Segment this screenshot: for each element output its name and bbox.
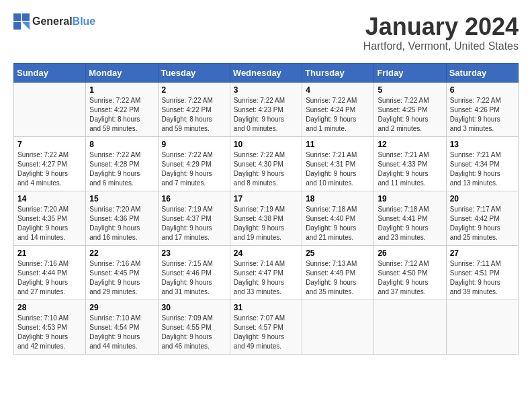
day-info: Sunrise: 7:09 AM Sunset: 4:55 PM Dayligh…	[162, 314, 226, 351]
days-of-week-row: Sunday Monday Tuesday Wednesday Thursday…	[14, 63, 519, 82]
calendar-cell: 6Sunrise: 7:22 AM Sunset: 4:26 PM Daylig…	[446, 82, 518, 136]
day-number: 16	[162, 194, 226, 203]
calendar-week-1: 1Sunrise: 7:22 AM Sunset: 4:22 PM Daylig…	[14, 82, 519, 136]
svg-rect-0	[13, 13, 21, 21]
calendar-cell: 24Sunrise: 7:14 AM Sunset: 4:47 PM Dayli…	[230, 245, 302, 300]
day-info: Sunrise: 7:22 AM Sunset: 4:27 PM Dayligh…	[17, 150, 82, 188]
calendar-cell: 22Sunrise: 7:16 AM Sunset: 4:45 PM Dayli…	[86, 245, 158, 300]
svg-rect-2	[13, 22, 21, 30]
day-number: 24	[234, 248, 298, 258]
calendar-week-3: 14Sunrise: 7:20 AM Sunset: 4:35 PM Dayli…	[14, 191, 519, 245]
title-area: January 2024 Hartford, Vermont, United S…	[363, 13, 519, 52]
day-number: 28	[17, 303, 82, 312]
calendar-cell	[14, 82, 86, 136]
calendar-week-2: 7Sunrise: 7:22 AM Sunset: 4:27 PM Daylig…	[14, 136, 519, 191]
day-number: 7	[17, 140, 82, 149]
day-info: Sunrise: 7:18 AM Sunset: 4:41 PM Dayligh…	[378, 205, 442, 242]
day-info: Sunrise: 7:22 AM Sunset: 4:23 PM Dayligh…	[234, 96, 298, 134]
page-header: GeneralBlue January 2024 Hartford, Vermo…	[13, 13, 519, 52]
day-info: Sunrise: 7:21 AM Sunset: 4:31 PM Dayligh…	[306, 150, 370, 188]
day-number: 6	[450, 85, 515, 95]
col-thursday: Thursday	[302, 63, 374, 82]
day-number: 12	[378, 140, 442, 149]
day-info: Sunrise: 7:12 AM Sunset: 4:50 PM Dayligh…	[378, 259, 442, 297]
logo-text-blue: Blue	[73, 15, 96, 27]
calendar-subtitle: Hartford, Vermont, United States	[363, 40, 519, 52]
calendar-cell: 20Sunrise: 7:17 AM Sunset: 4:42 PM Dayli…	[446, 191, 518, 245]
calendar-cell: 18Sunrise: 7:18 AM Sunset: 4:40 PM Dayli…	[302, 191, 374, 245]
col-tuesday: Tuesday	[158, 63, 230, 82]
col-friday: Friday	[374, 63, 446, 82]
day-info: Sunrise: 7:22 AM Sunset: 4:25 PM Dayligh…	[378, 96, 442, 134]
calendar-cell: 15Sunrise: 7:20 AM Sunset: 4:36 PM Dayli…	[86, 191, 158, 245]
calendar-cell: 7Sunrise: 7:22 AM Sunset: 4:27 PM Daylig…	[14, 136, 86, 191]
calendar-cell: 28Sunrise: 7:10 AM Sunset: 4:53 PM Dayli…	[14, 300, 86, 354]
day-number: 15	[89, 194, 154, 203]
day-info: Sunrise: 7:18 AM Sunset: 4:40 PM Dayligh…	[306, 205, 370, 242]
day-info: Sunrise: 7:22 AM Sunset: 4:26 PM Dayligh…	[450, 96, 515, 134]
day-info: Sunrise: 7:19 AM Sunset: 4:38 PM Dayligh…	[234, 205, 298, 242]
day-number: 27	[450, 248, 515, 258]
day-info: Sunrise: 7:22 AM Sunset: 4:30 PM Dayligh…	[234, 150, 298, 188]
day-info: Sunrise: 7:10 AM Sunset: 4:53 PM Dayligh…	[17, 314, 82, 351]
day-info: Sunrise: 7:19 AM Sunset: 4:37 PM Dayligh…	[162, 205, 226, 242]
day-info: Sunrise: 7:22 AM Sunset: 4:24 PM Dayligh…	[306, 96, 370, 134]
day-info: Sunrise: 7:20 AM Sunset: 4:35 PM Dayligh…	[17, 205, 82, 242]
day-info: Sunrise: 7:22 AM Sunset: 4:22 PM Dayligh…	[162, 96, 226, 134]
day-number: 14	[17, 194, 82, 203]
day-number: 5	[378, 85, 442, 95]
calendar-cell	[446, 300, 518, 354]
calendar-cell: 29Sunrise: 7:10 AM Sunset: 4:54 PM Dayli…	[86, 300, 158, 354]
day-info: Sunrise: 7:16 AM Sunset: 4:45 PM Dayligh…	[89, 259, 154, 297]
calendar-cell: 30Sunrise: 7:09 AM Sunset: 4:55 PM Dayli…	[158, 300, 230, 354]
day-info: Sunrise: 7:20 AM Sunset: 4:36 PM Dayligh…	[89, 205, 154, 242]
calendar-cell: 11Sunrise: 7:21 AM Sunset: 4:31 PM Dayli…	[302, 136, 374, 191]
day-number: 2	[162, 85, 226, 95]
calendar-week-5: 28Sunrise: 7:10 AM Sunset: 4:53 PM Dayli…	[14, 300, 519, 354]
day-info: Sunrise: 7:22 AM Sunset: 4:28 PM Dayligh…	[89, 150, 154, 188]
day-number: 4	[306, 85, 370, 95]
calendar-week-4: 21Sunrise: 7:16 AM Sunset: 4:44 PM Dayli…	[14, 245, 519, 300]
calendar-table: Sunday Monday Tuesday Wednesday Thursday…	[13, 63, 519, 355]
svg-marker-3	[22, 22, 30, 30]
logo-icon	[13, 13, 30, 30]
day-number: 29	[89, 303, 154, 312]
calendar-cell: 16Sunrise: 7:19 AM Sunset: 4:37 PM Dayli…	[158, 191, 230, 245]
col-wednesday: Wednesday	[230, 63, 302, 82]
day-info: Sunrise: 7:13 AM Sunset: 4:49 PM Dayligh…	[306, 259, 370, 297]
day-info: Sunrise: 7:21 AM Sunset: 4:34 PM Dayligh…	[450, 150, 515, 188]
day-number: 19	[378, 194, 442, 203]
day-number: 18	[306, 194, 370, 203]
day-info: Sunrise: 7:07 AM Sunset: 4:57 PM Dayligh…	[234, 314, 298, 351]
calendar-cell: 8Sunrise: 7:22 AM Sunset: 4:28 PM Daylig…	[86, 136, 158, 191]
day-number: 25	[306, 248, 370, 258]
calendar-cell: 4Sunrise: 7:22 AM Sunset: 4:24 PM Daylig…	[302, 82, 374, 136]
col-saturday: Saturday	[446, 63, 518, 82]
calendar-cell: 23Sunrise: 7:15 AM Sunset: 4:46 PM Dayli…	[158, 245, 230, 300]
calendar-title: January 2024	[363, 13, 519, 40]
svg-rect-1	[22, 13, 30, 21]
day-info: Sunrise: 7:22 AM Sunset: 4:29 PM Dayligh…	[162, 150, 226, 188]
calendar-cell: 5Sunrise: 7:22 AM Sunset: 4:25 PM Daylig…	[374, 82, 446, 136]
day-info: Sunrise: 7:11 AM Sunset: 4:51 PM Dayligh…	[450, 259, 515, 297]
day-number: 23	[162, 248, 226, 258]
calendar-cell: 31Sunrise: 7:07 AM Sunset: 4:57 PM Dayli…	[230, 300, 302, 354]
calendar-cell: 27Sunrise: 7:11 AM Sunset: 4:51 PM Dayli…	[446, 245, 518, 300]
day-number: 1	[89, 85, 154, 95]
day-number: 10	[234, 140, 298, 149]
calendar-cell: 14Sunrise: 7:20 AM Sunset: 4:35 PM Dayli…	[14, 191, 86, 245]
day-number: 26	[378, 248, 442, 258]
col-sunday: Sunday	[14, 63, 86, 82]
day-number: 20	[450, 194, 515, 203]
calendar-cell: 21Sunrise: 7:16 AM Sunset: 4:44 PM Dayli…	[14, 245, 86, 300]
day-info: Sunrise: 7:17 AM Sunset: 4:42 PM Dayligh…	[450, 205, 515, 242]
calendar-cell: 2Sunrise: 7:22 AM Sunset: 4:22 PM Daylig…	[158, 82, 230, 136]
calendar-cell: 3Sunrise: 7:22 AM Sunset: 4:23 PM Daylig…	[230, 82, 302, 136]
calendar-cell: 12Sunrise: 7:21 AM Sunset: 4:33 PM Dayli…	[374, 136, 446, 191]
day-info: Sunrise: 7:15 AM Sunset: 4:46 PM Dayligh…	[162, 259, 226, 297]
calendar-header: Sunday Monday Tuesday Wednesday Thursday…	[14, 63, 519, 82]
calendar-cell: 19Sunrise: 7:18 AM Sunset: 4:41 PM Dayli…	[374, 191, 446, 245]
calendar-cell: 13Sunrise: 7:21 AM Sunset: 4:34 PM Dayli…	[446, 136, 518, 191]
day-info: Sunrise: 7:14 AM Sunset: 4:47 PM Dayligh…	[234, 259, 298, 297]
calendar-cell: 10Sunrise: 7:22 AM Sunset: 4:30 PM Dayli…	[230, 136, 302, 191]
